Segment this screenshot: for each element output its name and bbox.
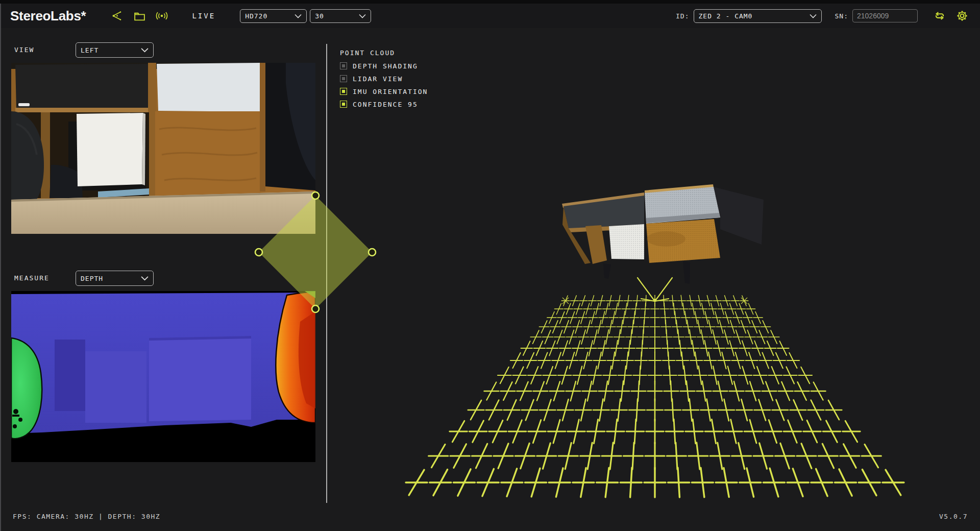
serial-number-input[interactable] [852, 9, 918, 22]
chevron-down-icon [141, 47, 149, 53]
fps-status: FPS: CAMERA: 30HZ | DEPTH: 30HZ [13, 513, 160, 520]
chevron-down-icon [141, 276, 149, 281]
chevron-down-icon [810, 14, 817, 18]
reload-cameras-icon[interactable] [932, 8, 947, 23]
imu-widget-handle[interactable] [312, 305, 319, 312]
window-top-strip [0, 0, 980, 4]
serial-number-label: SN: [835, 12, 848, 20]
resolution-select[interactable]: HD720 [240, 9, 307, 23]
imu-widget-handle[interactable] [255, 249, 262, 256]
point-cloud-panel: POINT CLOUD DEPTH SHADING LIDAR VIEW IMU… [340, 49, 428, 108]
imu-widget-handle[interactable] [369, 249, 376, 256]
broadcast-icon[interactable] [154, 8, 169, 23]
checkbox-lidar-view[interactable]: LIDAR VIEW [340, 75, 428, 82]
measure-select[interactable]: DEPTH [76, 271, 154, 286]
checkbox-icon [340, 101, 347, 108]
depth-image [11, 291, 315, 462]
camera-id-value: ZED 2 - CAM0 [699, 12, 753, 20]
camera-id-label: ID: [676, 12, 689, 20]
floor-grid [406, 295, 904, 497]
window-left-edge [0, 4, 1, 531]
chevron-down-icon [359, 14, 366, 18]
chevron-down-icon [295, 14, 302, 18]
checkbox-icon [340, 88, 347, 95]
checkbox-icon [340, 75, 347, 82]
point-cloud-title: POINT CLOUD [340, 49, 428, 57]
settings-gear-icon[interactable] [954, 8, 970, 23]
share-icon[interactable] [109, 8, 125, 23]
imu-widget-handle[interactable] [312, 192, 319, 199]
live-status: LIVE [192, 12, 215, 20]
view-value: LEFT [81, 46, 99, 54]
checkbox-confidence[interactable]: CONFIDENCE 95 [340, 101, 428, 108]
checkbox-imu-orientation[interactable]: IMU ORIENTATION [340, 88, 428, 95]
measure-label: MEASURE [14, 274, 50, 282]
checkbox-icon [340, 62, 347, 69]
panel-divider [326, 44, 327, 503]
open-folder-icon[interactable] [132, 8, 147, 23]
checkbox-depth-shading[interactable]: DEPTH SHADING [340, 62, 428, 69]
camera-image [11, 63, 315, 234]
app-logo: StereoLabs* [10, 8, 86, 24]
top-toolbar: StereoLabs* LIVE HD720 30 ID: ZED 2 [0, 4, 980, 28]
camera-fps-value: 30 [315, 12, 324, 20]
point-cloud-object [562, 184, 764, 284]
app-version: V5.0.7 [939, 513, 968, 520]
measure-value: DEPTH [81, 275, 103, 282]
view-select[interactable]: LEFT [76, 42, 154, 58]
resolution-value: HD720 [245, 12, 267, 20]
camera-id-select[interactable]: ZED 2 - CAM0 [694, 9, 822, 23]
view-label: VIEW [14, 46, 34, 54]
camera-fps-select[interactable]: 30 [310, 9, 371, 23]
